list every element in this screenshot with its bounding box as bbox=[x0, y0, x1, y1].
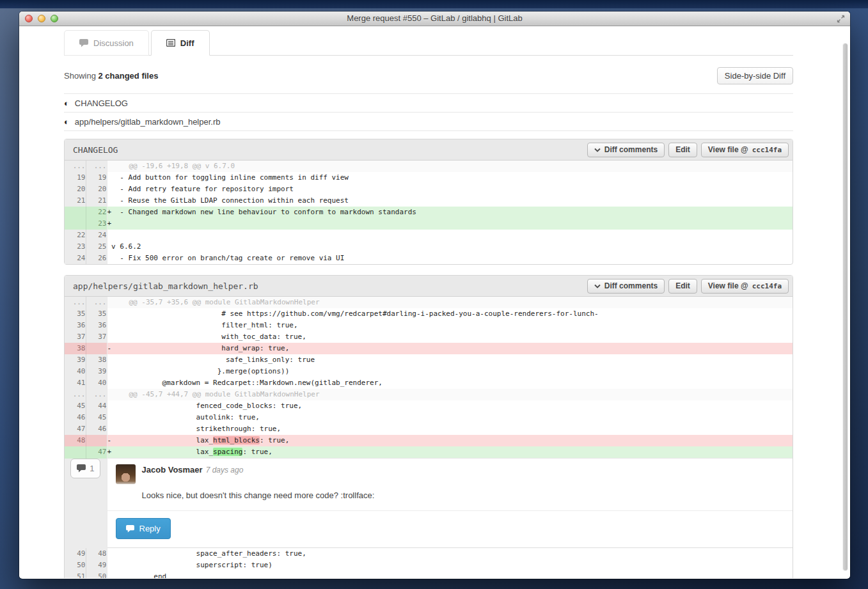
new-line-number: 44 bbox=[86, 400, 107, 412]
diff-line-content: end bbox=[107, 571, 793, 578]
commit-sha: ccc14fa bbox=[752, 146, 782, 154]
side-by-side-diff-button[interactable]: Side-by-side Diff bbox=[717, 67, 793, 84]
diff-row-context: 3737 with_toc_data: true, bbox=[65, 331, 793, 343]
old-line-number: 19 bbox=[65, 172, 86, 184]
diff-comments-button[interactable]: Diff comments bbox=[587, 143, 665, 157]
comment-count-button[interactable]: 1 bbox=[70, 459, 100, 478]
resize-icon[interactable] bbox=[837, 15, 845, 23]
changed-files-summary: Showing 2 changed files bbox=[64, 71, 158, 81]
diff-row-context: 5049 superscript: true) bbox=[65, 560, 793, 571]
old-line-number: 47 bbox=[65, 423, 86, 435]
reply-button[interactable]: Reply bbox=[116, 518, 171, 539]
diff-row-context: 4645 autolink: true, bbox=[65, 412, 793, 423]
new-line-number: ... bbox=[86, 297, 107, 308]
diff-line-content: - Fix 500 error on branch/tag create or … bbox=[107, 253, 793, 264]
diff-row-context: 2426 - Fix 500 error on branch/tag creat… bbox=[65, 253, 793, 264]
inline-comment-row: 1Jacob Vosmaer7 days agoLooks nice, but … bbox=[65, 459, 793, 548]
file-adjust-icon: ◐ bbox=[64, 118, 69, 126]
close-window-button[interactable] bbox=[25, 15, 33, 22]
edit-button[interactable]: Edit bbox=[668, 143, 697, 157]
tab-bar: Discussion Diff bbox=[64, 29, 793, 56]
diff-row-context: 2224 bbox=[65, 230, 793, 241]
tab-diff-label: Diff bbox=[180, 38, 194, 48]
new-line-number: 21 bbox=[86, 195, 107, 207]
comment-author[interactable]: Jacob Vosmaer bbox=[142, 465, 203, 475]
tab-diff[interactable]: Diff bbox=[151, 30, 210, 56]
new-line-number: 26 bbox=[86, 253, 107, 264]
new-line-number: 38 bbox=[86, 354, 107, 366]
diff-row-hunk: ......@@ -35,7 +35,6 @@ module GitlabMar… bbox=[65, 297, 793, 308]
new-line-number: 46 bbox=[86, 423, 107, 435]
diff-line-content: - Reuse the GitLab LDAP connection withi… bbox=[107, 195, 793, 207]
old-line-number: ... bbox=[65, 161, 86, 172]
new-line-number: 23 bbox=[86, 218, 107, 230]
diff-line-content: + - Changed markdown new line behaviour … bbox=[107, 207, 793, 218]
diff-row-context: 4140 @markdown = Redcarpet::Markdown.new… bbox=[65, 377, 793, 389]
diff-line-content: + lax_spacing: true, bbox=[107, 446, 793, 459]
file-name: CHANGELOG bbox=[75, 98, 128, 108]
old-line-number: 51 bbox=[65, 571, 86, 578]
new-line-number: ... bbox=[86, 161, 107, 172]
comment-body: Looks nice, but doesn't this change need… bbox=[142, 490, 787, 501]
comment: Jacob Vosmaer7 days agoLooks nice, but d… bbox=[107, 459, 793, 510]
file-adjust-icon: ◐ bbox=[64, 99, 69, 107]
zoom-window-button[interactable] bbox=[51, 15, 58, 22]
old-line-number: 23 bbox=[65, 241, 86, 253]
new-line-number: 25 bbox=[86, 241, 107, 253]
speech-bubble-icon bbox=[77, 464, 86, 473]
reply-row: Reply bbox=[107, 510, 793, 547]
diff-row-context: 5150 end bbox=[65, 571, 793, 578]
new-line-number bbox=[86, 343, 107, 354]
diff-line-content: fenced_code_blocks: true, bbox=[107, 400, 793, 412]
diff-line-content: autolink: true, bbox=[107, 412, 793, 423]
view-file-button[interactable]: View file @ ccc14fa bbox=[701, 143, 789, 157]
diff-line-content: - Add retry feature for repository impor… bbox=[107, 184, 793, 195]
diff-line-content: @@ -35,7 +35,6 @@ module GitlabMarkdownH… bbox=[107, 297, 793, 308]
diff-row-context: 2020 - Add retry feature for repository … bbox=[65, 184, 793, 195]
diff-line-content: safe_links_only: true bbox=[107, 354, 793, 366]
file-link-changelog[interactable]: ◐ CHANGELOG bbox=[64, 94, 793, 113]
old-line-number: 50 bbox=[65, 560, 86, 571]
view-file-button[interactable]: View file @ ccc14fa bbox=[701, 279, 789, 294]
old-line-number: 35 bbox=[65, 308, 86, 320]
window-title: Merge request #550 – GitLab / gitlabhq |… bbox=[19, 12, 850, 26]
desktop: Merge request #550 – GitLab / gitlabhq |… bbox=[0, 0, 868, 589]
scrollbar-thumb[interactable] bbox=[842, 43, 848, 571]
diff-comments-button[interactable]: Diff comments bbox=[587, 279, 665, 294]
comment-meta: Jacob Vosmaer7 days ago bbox=[142, 464, 244, 476]
diff-row-context: 2325 v 6.6.2 bbox=[65, 241, 793, 253]
comment-header: Jacob Vosmaer7 days ago bbox=[116, 464, 787, 484]
word-diff-highlight: html_blocks bbox=[213, 436, 260, 444]
word-diff-highlight: spacing bbox=[213, 448, 242, 456]
edit-button[interactable]: Edit bbox=[668, 279, 697, 294]
file-link-markdown-helper[interactable]: ◐ app/helpers/gitlab_markdown_helper.rb bbox=[64, 113, 793, 131]
old-line-number: 39 bbox=[65, 354, 86, 366]
speech-bubble-icon bbox=[79, 39, 88, 47]
diff-row-context: 4039 }.merge(options)) bbox=[65, 366, 793, 377]
diff-table: ......@@ -35,7 +35,6 @@ module GitlabMar… bbox=[65, 297, 793, 578]
diff-line-content: - lax_html_blocks: true, bbox=[107, 435, 793, 446]
new-line-number: 40 bbox=[86, 377, 107, 389]
new-line-number: 47 bbox=[86, 446, 107, 459]
new-line-number: 45 bbox=[86, 412, 107, 423]
window-titlebar[interactable]: Merge request #550 – GitLab / gitlabhq |… bbox=[19, 12, 850, 26]
diff-file-name: app/helpers/gitlab_markdown_helper.rb bbox=[73, 281, 583, 291]
diff-row-hunk: ......@@ -19,6 +19,8 @@ v 6.7.0 bbox=[65, 161, 793, 172]
diff-row-removed: 48- lax_html_blocks: true, bbox=[65, 435, 793, 446]
old-line-number: 40 bbox=[65, 366, 86, 377]
diff-file-name: CHANGELOG bbox=[73, 145, 583, 155]
old-line-number: 45 bbox=[65, 400, 86, 412]
old-line-number: 46 bbox=[65, 412, 86, 423]
old-line-number: ... bbox=[65, 297, 86, 308]
speech-bubble-icon bbox=[126, 525, 134, 533]
minimize-window-button[interactable] bbox=[38, 15, 45, 22]
tab-discussion[interactable]: Discussion bbox=[64, 30, 149, 56]
new-line-number: 50 bbox=[86, 571, 107, 578]
inline-comment: Jacob Vosmaer7 days agoLooks nice, but d… bbox=[107, 459, 793, 548]
diff-line-content: filter_html: true, bbox=[107, 320, 793, 331]
diff-row-context: 4544 fenced_code_blocks: true, bbox=[65, 400, 793, 412]
diff-row-context: 3938 safe_links_only: true bbox=[65, 354, 793, 366]
diff-row-context: 2121 - Reuse the GitLab LDAP connection … bbox=[65, 195, 793, 207]
new-line-number: ... bbox=[86, 389, 107, 400]
diff-line-content: @@ -45,7 +44,7 @@ module GitlabMarkdownH… bbox=[107, 389, 793, 400]
